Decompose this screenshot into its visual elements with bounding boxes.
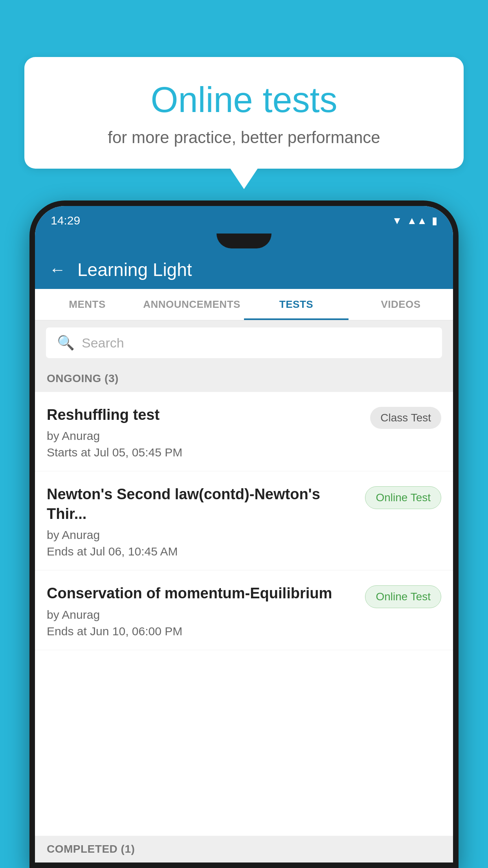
tab-videos[interactable]: VIDEOS (349, 289, 453, 320)
test-time: Ends at Jul 06, 10:45 AM (47, 545, 357, 558)
ongoing-header: ONGOING (3) (35, 365, 453, 392)
test-badge-online: Online Test (365, 486, 441, 509)
bubble-subtitle: for more practice, better performance (56, 128, 432, 147)
wifi-icon: ▼ (392, 215, 402, 227)
test-name: Conservation of momentum-Equilibrium (47, 584, 357, 603)
test-badge-class: Class Test (370, 407, 441, 429)
search-placeholder: Search (82, 335, 124, 351)
bubble-title: Online tests (56, 81, 432, 120)
test-info: Newton's Second law(contd)-Newton's Thir… (47, 485, 357, 558)
test-item[interactable]: Conservation of momentum-Equilibrium by … (35, 570, 453, 650)
test-info: Conservation of momentum-Equilibrium by … (47, 584, 357, 638)
status-bar: 14:29 ▼ ▲▲ ▮ (35, 206, 453, 234)
status-icons: ▼ ▲▲ ▮ (392, 215, 437, 227)
test-author: by Anurag (47, 429, 362, 443)
test-item[interactable]: Reshuffling test by Anurag Starts at Jul… (35, 392, 453, 471)
battery-icon: ▮ (432, 215, 437, 227)
search-icon: 🔍 (57, 335, 75, 351)
test-time: Starts at Jul 05, 05:45 PM (47, 446, 362, 459)
signal-icon: ▲▲ (407, 215, 427, 227)
search-area: 🔍 Search (35, 320, 453, 365)
test-author: by Anurag (47, 608, 357, 622)
phone-screen: 14:29 ▼ ▲▲ ▮ ← Learning Light MENTS ANNO… (35, 206, 453, 862)
phone-frame: 14:29 ▼ ▲▲ ▮ ← Learning Light MENTS ANNO… (29, 200, 459, 868)
completed-header: COMPLETED (1) (35, 836, 453, 862)
search-box[interactable]: 🔍 Search (46, 327, 442, 358)
test-list: Reshuffling test by Anurag Starts at Jul… (35, 392, 453, 836)
tab-bar: MENTS ANNOUNCEMENTS TESTS VIDEOS (35, 289, 453, 320)
back-button[interactable]: ← (49, 260, 66, 279)
status-time: 14:29 (51, 214, 80, 227)
tab-ments[interactable]: MENTS (35, 289, 139, 320)
notch (216, 234, 272, 248)
speech-bubble: Online tests for more practice, better p… (24, 57, 464, 169)
test-time: Ends at Jun 10, 06:00 PM (47, 625, 357, 638)
test-author: by Anurag (47, 528, 357, 542)
notch-area (35, 234, 453, 250)
app-title: Learning Light (77, 259, 192, 280)
tab-announcements[interactable]: ANNOUNCEMENTS (139, 289, 244, 320)
test-name: Reshuffling test (47, 405, 362, 425)
tab-tests[interactable]: TESTS (244, 289, 349, 320)
test-badge-online-2: Online Test (365, 585, 441, 608)
speech-bubble-container: Online tests for more practice, better p… (24, 57, 464, 169)
test-name: Newton's Second law(contd)-Newton's Thir… (47, 485, 357, 524)
test-item[interactable]: Newton's Second law(contd)-Newton's Thir… (35, 471, 453, 570)
test-info: Reshuffling test by Anurag Starts at Jul… (47, 405, 362, 459)
app-bar: ← Learning Light (35, 250, 453, 289)
